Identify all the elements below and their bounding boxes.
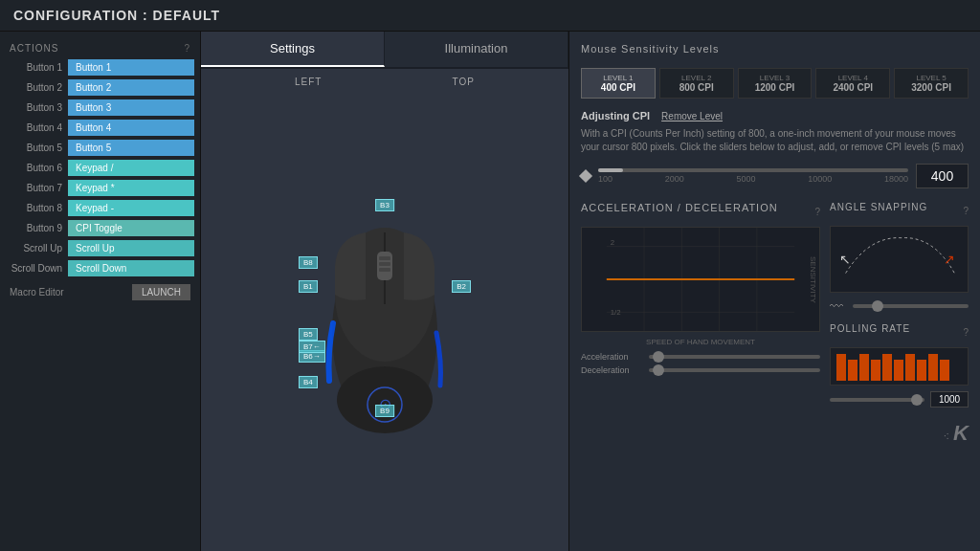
svg-text:1/2: 1/2 — [611, 308, 621, 317]
cpi-level-1[interactable]: LEVEL 1 400 CPI — [581, 68, 656, 99]
cpi-level-3[interactable]: LEVEL 3 1200 CPI — [738, 68, 813, 99]
logo-k: K — [953, 421, 969, 445]
button1-action[interactable]: Button 1 — [68, 59, 194, 76]
polling-help-icon[interactable]: ? — [963, 327, 969, 338]
button9-label: Button 9 — [6, 223, 68, 233]
polling-value: 1000 — [930, 391, 969, 408]
action-row-button2: Button 2 Button 2 — [0, 77, 200, 98]
button2-action[interactable]: Button 2 — [68, 79, 194, 96]
steelseries-logo: ·: K — [830, 421, 969, 446]
button9-action[interactable]: CPI Toggle — [68, 220, 194, 236]
decel-slider[interactable] — [649, 368, 820, 372]
scrolldown-action[interactable]: Scroll Down — [68, 260, 194, 276]
polling-bar-3 — [859, 354, 869, 381]
angle-help-icon[interactable]: ? — [963, 206, 969, 216]
cpi-slider-track[interactable] — [598, 168, 908, 172]
action-row-button9: Button 9 CPI Toggle — [0, 218, 200, 238]
scrollup-label: Scroll Up — [6, 243, 68, 253]
scrolldown-label: Scroll Down — [6, 263, 68, 274]
right-panel: Mouse Sensitivity Levels LEVEL 1 400 CPI… — [568, 32, 980, 551]
mouse-btn-b1[interactable]: B1 — [299, 280, 318, 293]
button5-action[interactable]: Button 5 — [68, 140, 194, 156]
polling-bar-2 — [848, 360, 858, 381]
left-panel: ACTIONS ? Button 1 Button 1 Button 2 But… — [0, 32, 201, 551]
mouse-btn-b8[interactable]: B8 — [299, 256, 318, 269]
polling-bar-9 — [928, 354, 938, 381]
remove-level-link[interactable]: Remove Level — [661, 111, 723, 121]
launch-button[interactable]: LAUNCH — [132, 284, 190, 300]
right-sub-panel: ANGLE SNAPPING ? ↖ ↗ 〰 — [830, 202, 969, 446]
title-bar: CONFIGURATION : DEFAULT — [0, 0, 980, 32]
polling-bar-6 — [894, 360, 903, 381]
mouse-btn-b3[interactable]: B3 — [375, 199, 394, 211]
tabs-bar: Settings Illumination — [201, 32, 568, 69]
button4-action[interactable]: Button 4 — [68, 120, 194, 136]
mouse-btn-b5[interactable]: B5 — [299, 328, 318, 341]
cpi-slider-row: 100 2000 5000 10000 18000 400 — [581, 164, 969, 188]
button4-label: Button 4 — [6, 122, 68, 133]
button7-action[interactable]: Keypad * — [68, 180, 194, 196]
app-title: CONFIGURATION : DEFAULT — [13, 8, 220, 23]
button6-action[interactable]: Keypad / — [68, 160, 194, 176]
angle-slider[interactable] — [853, 304, 969, 308]
tab-illumination[interactable]: Illumination — [385, 32, 568, 67]
top-view-label: TOP — [453, 77, 475, 87]
cpi-level-4[interactable]: LEVEL 4 2400 CPI — [815, 68, 890, 99]
cpi-level-5[interactable]: LEVEL 5 3200 CPI — [894, 68, 969, 99]
accel-help-icon[interactable]: ? — [814, 207, 820, 217]
action-row-button6: Button 6 Keypad / — [0, 158, 200, 178]
decel-slider-row: Deceleration — [581, 365, 820, 375]
cpi-min-label: 100 — [598, 174, 612, 184]
polling-chart — [830, 347, 969, 386]
angle-slider-row: 〰 — [830, 298, 969, 314]
tab-settings[interactable]: Settings — [201, 32, 385, 67]
actions-help-icon[interactable]: ? — [184, 43, 190, 54]
cpi-levels: LEVEL 1 400 CPI LEVEL 2 800 CPI LEVEL 3 … — [581, 68, 969, 99]
cpi-mid3-label: 10000 — [808, 174, 832, 184]
button1-label: Button 1 — [6, 62, 68, 73]
accel-title: ACCELERATION / DECELERATION — [581, 202, 778, 213]
logo-dots: ·: — [944, 430, 949, 441]
button8-action[interactable]: Keypad - — [68, 200, 194, 216]
button3-action[interactable]: Button 3 — [68, 99, 194, 116]
scrollup-action[interactable]: Scroll Up — [68, 240, 194, 256]
accel-slider-label: Acceleration — [581, 352, 643, 362]
decel-thumb — [653, 364, 664, 376]
button6-label: Button 6 — [6, 163, 68, 173]
cpi-level-2[interactable]: LEVEL 2 800 CPI — [659, 68, 734, 99]
button5-label: Button 5 — [6, 143, 68, 153]
cpi-value-display: 400 — [916, 164, 969, 188]
sensitivity-header: Mouse Sensitivity Levels — [581, 43, 969, 62]
button8-label: Button 8 — [6, 203, 68, 213]
mouse-btn-b9[interactable]: B9 — [375, 405, 394, 417]
polling-title: POLLING RATE — [830, 323, 910, 334]
cpi-slider-icon — [579, 169, 592, 183]
accel-slider[interactable] — [649, 355, 820, 359]
button3-label: Button 3 — [6, 102, 68, 113]
polling-bar-1 — [836, 354, 846, 381]
polling-bars — [836, 352, 949, 381]
mouse-btn-b4[interactable]: B4 — [299, 376, 318, 388]
svg-rect-6 — [379, 268, 390, 272]
view-labels: LEFT TOP — [201, 69, 568, 95]
mouse-drawing: ⊙ B1 B2 B3 B4 B5 B6→ B7← B8 B9 — [299, 199, 471, 448]
polling-bar-4 — [871, 360, 880, 381]
mouse-btn-b7[interactable]: B7← — [299, 341, 325, 353]
action-row-button4: Button 4 Button 4 — [0, 118, 200, 138]
action-row-button7: Button 7 Keypad * — [0, 178, 200, 198]
svg-rect-4 — [379, 256, 390, 260]
left-view-label: LEFT — [295, 77, 322, 87]
mouse-area: ⊙ B1 B2 B3 B4 B5 B6→ B7← B8 B9 — [201, 95, 568, 551]
polling-thumb — [911, 394, 923, 406]
mouse-btn-b2[interactable]: B2 — [452, 280, 471, 293]
action-row-scrollup: Scroll Up Scroll Up — [0, 238, 200, 258]
polling-bar-8 — [917, 360, 926, 381]
action-row-button1: Button 1 Button 1 — [0, 57, 200, 77]
center-panel: Settings Illumination LEFT TOP — [201, 32, 568, 551]
cpi-description: With a CPI (Counts Per Inch) setting of … — [581, 127, 969, 154]
angle-title: ANGLE SNAPPING — [830, 202, 927, 212]
polling-slider[interactable] — [830, 398, 924, 402]
accel-chart: 2 1/2 SENSITIVITY — [581, 227, 820, 332]
cpi-slider-labels: 100 2000 5000 10000 18000 — [598, 174, 908, 184]
sensitivity-axis-label: SENSITIVITY — [809, 256, 817, 303]
